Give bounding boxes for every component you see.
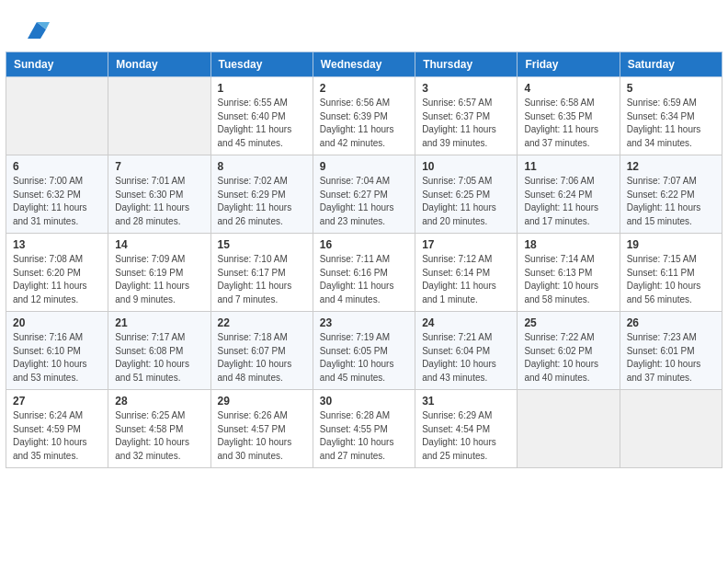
week-row-5: 27Sunrise: 6:24 AMSunset: 4:59 PMDayligh… — [6, 390, 722, 468]
day-info: Sunrise: 6:57 AMSunset: 6:37 PMDaylight:… — [422, 97, 510, 150]
day-number: 30 — [320, 395, 408, 408]
day-info: Sunrise: 6:58 AMSunset: 6:35 PMDaylight:… — [524, 97, 612, 150]
day-cell: 23Sunrise: 7:19 AMSunset: 6:05 PMDayligh… — [313, 312, 415, 390]
day-cell: 19Sunrise: 7:15 AMSunset: 6:11 PMDayligh… — [620, 234, 722, 312]
page: SundayMondayTuesdayWednesdayThursdayFrid… — [0, 0, 728, 563]
day-info: Sunrise: 7:18 AMSunset: 6:07 PMDaylight:… — [218, 331, 306, 385]
calendar-container: SundayMondayTuesdayWednesdayThursdayFrid… — [0, 52, 728, 477]
day-info: Sunrise: 7:02 AMSunset: 6:29 PMDaylight:… — [218, 175, 306, 228]
day-info: Sunrise: 7:19 AMSunset: 6:05 PMDaylight:… — [320, 331, 408, 385]
week-row-1: 1Sunrise: 6:55 AMSunset: 6:40 PMDaylight… — [6, 77, 722, 155]
day-cell: 31Sunrise: 6:29 AMSunset: 4:54 PMDayligh… — [415, 390, 518, 468]
day-cell: 25Sunrise: 7:22 AMSunset: 6:02 PMDayligh… — [518, 312, 620, 390]
week-row-4: 20Sunrise: 7:16 AMSunset: 6:10 PMDayligh… — [6, 312, 722, 390]
day-cell: 9Sunrise: 7:04 AMSunset: 6:27 PMDaylight… — [313, 155, 415, 234]
day-cell: 18Sunrise: 7:14 AMSunset: 6:13 PMDayligh… — [518, 234, 620, 312]
header — [0, 0, 728, 52]
day-cell: 1Sunrise: 6:55 AMSunset: 6:40 PMDaylight… — [210, 77, 313, 155]
day-info: Sunrise: 6:59 AMSunset: 6:34 PMDaylight:… — [627, 97, 715, 150]
day-cell: 3Sunrise: 6:57 AMSunset: 6:37 PMDaylight… — [415, 77, 518, 155]
day-number: 1 — [218, 82, 306, 95]
day-cell: 16Sunrise: 7:11 AMSunset: 6:16 PMDayligh… — [313, 234, 415, 312]
day-cell — [6, 77, 108, 155]
day-number: 10 — [422, 160, 510, 173]
day-number: 7 — [115, 160, 203, 173]
day-header-tuesday: Tuesday — [210, 52, 313, 77]
day-number: 12 — [627, 160, 715, 173]
day-info: Sunrise: 6:25 AMSunset: 4:58 PMDaylight:… — [115, 409, 203, 463]
day-cell: 13Sunrise: 7:08 AMSunset: 6:20 PMDayligh… — [6, 234, 108, 312]
day-info: Sunrise: 6:56 AMSunset: 6:39 PMDaylight:… — [320, 97, 408, 150]
day-cell: 4Sunrise: 6:58 AMSunset: 6:35 PMDaylight… — [518, 77, 620, 155]
day-cell: 12Sunrise: 7:07 AMSunset: 6:22 PMDayligh… — [620, 155, 722, 234]
day-number: 17 — [422, 238, 510, 251]
day-number: 8 — [218, 160, 306, 173]
day-info: Sunrise: 7:11 AMSunset: 6:16 PMDaylight:… — [320, 253, 408, 306]
day-cell: 2Sunrise: 6:56 AMSunset: 6:39 PMDaylight… — [313, 77, 415, 155]
calendar-table: SundayMondayTuesdayWednesdayThursdayFrid… — [6, 52, 722, 468]
day-cell: 22Sunrise: 7:18 AMSunset: 6:07 PMDayligh… — [210, 312, 313, 390]
day-number: 21 — [115, 316, 203, 329]
day-cell: 5Sunrise: 6:59 AMSunset: 6:34 PMDaylight… — [620, 77, 722, 155]
day-number: 9 — [320, 160, 408, 173]
day-info: Sunrise: 6:55 AMSunset: 6:40 PMDaylight:… — [218, 97, 306, 150]
day-number: 4 — [524, 82, 612, 95]
day-number: 24 — [422, 316, 510, 329]
day-info: Sunrise: 6:29 AMSunset: 4:54 PMDaylight:… — [422, 409, 510, 463]
day-cell: 14Sunrise: 7:09 AMSunset: 6:19 PMDayligh… — [108, 234, 210, 312]
day-info: Sunrise: 7:23 AMSunset: 6:01 PMDaylight:… — [627, 331, 715, 385]
day-number: 25 — [524, 316, 612, 329]
day-header-monday: Monday — [108, 52, 210, 77]
day-info: Sunrise: 7:10 AMSunset: 6:17 PMDaylight:… — [218, 253, 306, 306]
day-cell: 27Sunrise: 6:24 AMSunset: 4:59 PMDayligh… — [6, 390, 108, 468]
header-row: SundayMondayTuesdayWednesdayThursdayFrid… — [6, 52, 722, 77]
day-info: Sunrise: 7:05 AMSunset: 6:25 PMDaylight:… — [422, 175, 510, 228]
day-header-thursday: Thursday — [415, 52, 518, 77]
day-number: 27 — [13, 395, 101, 408]
day-cell: 15Sunrise: 7:10 AMSunset: 6:17 PMDayligh… — [210, 234, 313, 312]
day-number: 11 — [524, 160, 612, 173]
day-info: Sunrise: 7:04 AMSunset: 6:27 PMDaylight:… — [320, 175, 408, 228]
day-cell: 11Sunrise: 7:06 AMSunset: 6:24 PMDayligh… — [518, 155, 620, 234]
day-info: Sunrise: 7:15 AMSunset: 6:11 PMDaylight:… — [627, 253, 715, 306]
day-cell: 10Sunrise: 7:05 AMSunset: 6:25 PMDayligh… — [415, 155, 518, 234]
day-info: Sunrise: 7:17 AMSunset: 6:08 PMDaylight:… — [115, 331, 203, 385]
day-cell — [620, 390, 722, 468]
day-cell: 20Sunrise: 7:16 AMSunset: 6:10 PMDayligh… — [6, 312, 108, 390]
day-cell: 6Sunrise: 7:00 AMSunset: 6:32 PMDaylight… — [6, 155, 108, 234]
day-number: 28 — [115, 395, 203, 408]
day-number: 6 — [13, 160, 101, 173]
day-cell — [518, 390, 620, 468]
day-number: 16 — [320, 238, 408, 251]
day-info: Sunrise: 7:16 AMSunset: 6:10 PMDaylight:… — [13, 331, 101, 385]
day-info: Sunrise: 6:24 AMSunset: 4:59 PMDaylight:… — [13, 409, 101, 463]
day-info: Sunrise: 7:14 AMSunset: 6:13 PMDaylight:… — [524, 253, 612, 306]
day-cell: 7Sunrise: 7:01 AMSunset: 6:30 PMDaylight… — [108, 155, 210, 234]
day-cell: 29Sunrise: 6:26 AMSunset: 4:57 PMDayligh… — [210, 390, 313, 468]
day-header-wednesday: Wednesday — [313, 52, 415, 77]
day-info: Sunrise: 7:01 AMSunset: 6:30 PMDaylight:… — [115, 175, 203, 228]
day-cell: 21Sunrise: 7:17 AMSunset: 6:08 PMDayligh… — [108, 312, 210, 390]
day-info: Sunrise: 7:22 AMSunset: 6:02 PMDaylight:… — [524, 331, 612, 385]
day-number: 22 — [218, 316, 306, 329]
day-number: 23 — [320, 316, 408, 329]
day-number: 26 — [627, 316, 715, 329]
day-cell: 28Sunrise: 6:25 AMSunset: 4:58 PMDayligh… — [108, 390, 210, 468]
day-info: Sunrise: 6:26 AMSunset: 4:57 PMDaylight:… — [218, 409, 306, 463]
day-cell: 17Sunrise: 7:12 AMSunset: 6:14 PMDayligh… — [415, 234, 518, 312]
day-number: 18 — [524, 238, 612, 251]
day-info: Sunrise: 6:28 AMSunset: 4:55 PMDaylight:… — [320, 409, 408, 463]
day-number: 3 — [422, 82, 510, 95]
day-number: 31 — [422, 395, 510, 408]
day-number: 29 — [218, 395, 306, 408]
day-number: 5 — [627, 82, 715, 95]
day-number: 2 — [320, 82, 408, 95]
day-header-sunday: Sunday — [6, 52, 108, 77]
day-cell: 8Sunrise: 7:02 AMSunset: 6:29 PMDaylight… — [210, 155, 313, 234]
day-number: 15 — [218, 238, 306, 251]
logo-icon — [24, 17, 50, 42]
day-header-friday: Friday — [518, 52, 620, 77]
day-info: Sunrise: 7:00 AMSunset: 6:32 PMDaylight:… — [13, 175, 101, 228]
day-cell: 24Sunrise: 7:21 AMSunset: 6:04 PMDayligh… — [415, 312, 518, 390]
day-number: 13 — [13, 238, 101, 251]
